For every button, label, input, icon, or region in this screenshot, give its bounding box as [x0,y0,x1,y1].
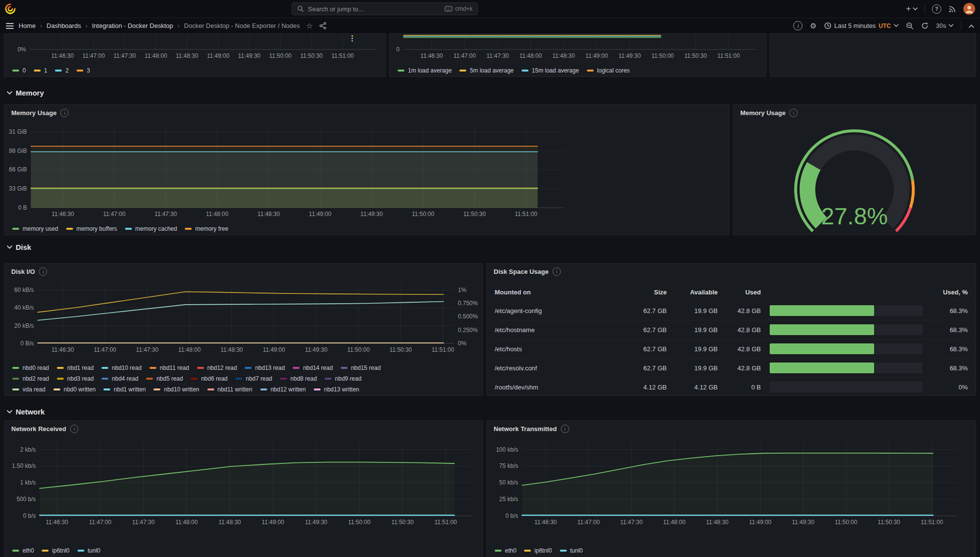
legend-item[interactable]: 1m load average [398,67,452,74]
info-icon[interactable]: i [60,109,69,117]
svg-text:11:51:00: 11:51:00 [515,211,537,218]
legend-item[interactable]: 5m load average [459,67,513,74]
legend-swatch [101,367,108,369]
memory-usage-chart[interactable]: 11:46:3011:47:0011:47:3011:48:0011:48:30… [8,125,725,223]
chevron-down-icon [7,246,12,248]
legend-item[interactable]: eth0 [12,547,34,554]
legend-item[interactable]: nbd10 read [101,364,142,371]
legend-item[interactable]: nbd2 read [12,375,49,382]
user-avatar[interactable] [963,3,975,15]
legend-item[interactable]: memory cached [125,225,177,232]
legend-item[interactable]: memory used [12,225,58,232]
legend-item[interactable]: nbd15 read [341,364,381,371]
dashboard-settings-icon[interactable]: ⚙ [810,22,816,30]
legend-item[interactable]: nbd8 read [280,375,317,382]
grafana-logo-icon[interactable] [5,3,16,14]
info-icon[interactable]: i [553,267,561,276]
legend-item[interactable]: 0 [12,67,26,74]
info-icon[interactable]: i [561,425,569,433]
legend-item[interactable]: memory free [185,225,228,232]
section-header-network[interactable]: Network [7,408,45,416]
legend-item[interactable]: eth0 [495,547,516,554]
legend-item[interactable]: nbd6 read [191,375,227,382]
favorite-star-icon[interactable]: ☆ [306,22,313,30]
legend-item[interactable]: memory buffers [66,225,117,232]
legend-item[interactable]: nbd13 written [314,386,359,393]
panel-title[interactable]: Network Transmitted i [494,425,569,433]
collapse-toolbar-button[interactable] [969,24,974,28]
legend-swatch [125,228,132,230]
svg-text:11:49:30: 11:49:30 [360,211,383,218]
breadcrumb-home[interactable]: Home [19,22,36,29]
timezone-label: UTC [879,23,891,29]
legend-item[interactable]: nbd14 read [293,364,333,371]
legend-item[interactable]: nbd0 read [12,364,49,371]
panel-title[interactable]: Network Received i [11,425,78,433]
add-new-button[interactable]: + [906,4,918,14]
legend-item[interactable]: tunl0 [77,547,101,554]
column-header[interactable]: Mounted on [495,289,623,296]
legend-item[interactable]: nbd0 written [53,386,96,393]
legend-item[interactable]: ip6tnl0 [42,547,69,554]
help-icon[interactable]: ? [932,4,941,14]
legend-item[interactable]: nbd3 read [57,375,94,382]
svg-text:11:48:00: 11:48:00 [176,519,198,526]
share-icon[interactable] [319,22,327,29]
svg-text:11:49:00: 11:49:00 [207,52,229,59]
legend-item[interactable]: nbd1 read [57,364,94,371]
legend-item[interactable]: nbd9 read [325,375,361,382]
breadcrumb-dashboards[interactable]: Dashboards [47,22,81,29]
section-header-disk[interactable]: Disk [7,243,31,251]
legend-item[interactable]: 2 [55,67,69,74]
cpu-usage-chart[interactable]: 11:46:3011:47:0011:47:3011:48:0011:48:30… [8,34,381,62]
refresh-button[interactable] [921,22,929,29]
legend-item[interactable]: nbd12 read [197,364,237,371]
legend-item[interactable]: 3 [76,67,90,74]
info-icon[interactable]: i [789,109,798,117]
network-transmitted-chart[interactable]: 11:46:3011:47:0011:47:3011:48:0011:48:30… [491,440,972,533]
svg-text:11:48:00: 11:48:00 [206,211,228,218]
disk-io-chart[interactable]: 11:46:3011:47:0011:47:3011:48:0011:48:30… [8,283,478,357]
dashboard-info-icon[interactable]: i [793,21,803,30]
breadcrumb-folder[interactable]: Integration - Docker Desktop [92,22,173,29]
panel-title[interactable]: Memory Usage i [11,109,69,117]
column-header[interactable]: Used, % [923,289,968,296]
legend-item[interactable]: nbd11 read [150,364,189,371]
usage-bar [770,305,923,316]
panel-title[interactable]: Disk I/O i [11,267,47,276]
column-header[interactable]: Available [667,289,718,296]
svg-text:11:50:00: 11:50:00 [835,519,857,526]
legend-item[interactable]: tunl0 [560,547,583,554]
legend-swatch [57,378,64,380]
section-header-memory[interactable]: Memory [7,89,44,97]
panel-title[interactable]: Disk Space Usage i [494,267,561,276]
legend-item[interactable]: nbd7 read [235,375,272,382]
svg-text:11:48:30: 11:48:30 [706,519,729,526]
legend-item[interactable]: vda read [12,386,46,393]
legend-item[interactable]: ip6tnl0 [524,547,552,554]
network-received-chart[interactable]: 11:46:3011:47:0011:47:3011:48:0011:48:30… [8,440,478,533]
info-icon[interactable]: i [39,267,47,276]
legend-item[interactable]: 15m load average [522,67,579,74]
time-range-picker[interactable]: Last 5 minutes UTC [824,22,899,29]
legend-item[interactable]: nbd10 written [153,386,199,393]
usage-bar [770,343,923,354]
legend-item[interactable]: logical cores [587,67,630,74]
load-average-chart[interactable]: 11:46:3011:47:0011:47:3011:48:0011:48:30… [394,34,762,62]
legend-item[interactable]: nbd11 written [207,386,252,393]
column-header[interactable]: Used [718,289,761,296]
legend-item[interactable]: nbd13 read [245,364,285,371]
legend-item[interactable]: nbd12 written [260,386,306,393]
column-header[interactable]: Size [623,289,667,296]
panel-title[interactable]: Memory Usage i [740,109,798,117]
legend-item[interactable]: 1 [34,67,48,74]
zoom-out-time-button[interactable] [906,22,914,30]
search-input[interactable]: Search or jump to... cmd+k [292,2,478,15]
mega-menu-toggle[interactable] [6,23,14,29]
refresh-interval-picker[interactable]: 30s [936,22,954,29]
legend-item[interactable]: nbd1 written [103,386,146,393]
legend-item[interactable]: nbd5 read [146,375,183,382]
news-icon[interactable] [948,5,956,13]
legend-item[interactable]: nbd4 read [101,375,138,382]
info-icon[interactable]: i [70,425,78,433]
